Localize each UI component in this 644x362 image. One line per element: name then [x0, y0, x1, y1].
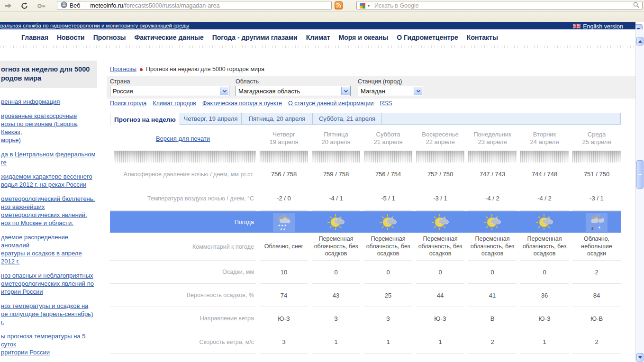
menu-item-news[interactable]: Новости — [57, 34, 85, 41]
country-label: Страна — [110, 78, 130, 85]
sidebar-link[interactable]: ноз опасных и неблагоприятных ометеороло… — [1, 272, 97, 296]
pressure-cell: 744 / 748 — [520, 163, 569, 186]
google-search-input[interactable] — [371, 2, 633, 9]
country-select[interactable]: Россия — [110, 86, 229, 96]
browser-window: * * * * * * — [0, 0, 644, 362]
google-search-field[interactable]: ▼ — [356, 1, 643, 10]
key-icon[interactable] — [37, 2, 45, 9]
comment-cell: Переменная облачность, без осадков — [416, 233, 464, 261]
menu-item-contacts[interactable]: Контакты — [467, 34, 498, 41]
browser-toolbar: Веб meteoinfo.ru/forecasts5000/russia/ma… — [0, 0, 644, 22]
reload-icon[interactable] — [20, 2, 28, 9]
precip-cell: 0 — [416, 261, 464, 284]
wind-speed-cell: 1 — [416, 330, 464, 354]
link-rss[interactable]: RSS — [380, 100, 392, 107]
precip-cell: 2 — [572, 261, 621, 284]
location-filter-band: Страна Россия Область Магаданская област… — [107, 76, 635, 99]
chevron-down-icon — [414, 87, 422, 95]
probability-cell: 25 — [364, 284, 412, 307]
temperature-cell: -3 / 1 — [416, 186, 464, 211]
link-city-search[interactable]: Поиск города — [110, 100, 146, 107]
web-tab-label: Веб — [70, 2, 80, 9]
sidebar-link[interactable]: да в Центральном федеральном ге — [1, 150, 97, 166]
sidebar-link[interactable]: ноз температуры и осадков на ое полугоди… — [1, 302, 97, 326]
row-label: Направление ветра — [110, 307, 256, 330]
ruler-divider — [0, 45, 644, 48]
pressure-cell: 751 / 750 — [572, 163, 621, 186]
precipitation-row: Осадки, мм 10 0 0 0 0 0 2 — [110, 261, 621, 284]
page-title: Прогноз на неделю для 5000 городов мира — [146, 66, 264, 72]
sidebar-link[interactable]: ированные краткосрочные нозы по регионам… — [1, 112, 97, 144]
day-header: Четверг19 апреля — [260, 127, 308, 150]
sidebar-link[interactable]: ы прогноза температуры на 5 суток рритор… — [1, 332, 97, 356]
precip-cell: 0 — [468, 261, 517, 284]
temperature-cell: -5 / 1 — [364, 186, 412, 211]
sidebar-link[interactable]: ометеорологический бюллетень: ноз важней… — [1, 195, 97, 227]
wind-dir-cell: Ю-З — [260, 307, 308, 330]
google-icon — [360, 3, 365, 9]
region-select[interactable]: Магаданская область — [236, 86, 351, 96]
agency-title[interactable]: еральная служба по гидрометеорологии и м… — [0, 23, 189, 28]
day-header: Среда25 апреля — [572, 127, 621, 150]
row-label: Осадки, мм — [110, 261, 256, 284]
wind-dir-cell: З — [364, 307, 412, 330]
wind-direction-row: Направление ветра Ю-З З З Ю-З В Ю-З Ю-В — [110, 307, 621, 330]
pressure-cell: 752 / 750 — [416, 163, 464, 186]
probability-cell: 44 — [416, 284, 464, 307]
cloud-sleet-icon — [587, 213, 606, 231]
comment-cell: Переменная облачность, без осадков — [468, 233, 517, 261]
address-text[interactable]: meteoinfo.ru/forecasts5000/russia/magada… — [85, 2, 219, 9]
search-icon[interactable] — [633, 1, 639, 10]
forward-icon[interactable] — [4, 2, 12, 9]
day-header: Воскресенье22 апреля — [416, 127, 464, 150]
sidebar-link[interactable]: даемое распределение аномалий ературы и … — [1, 233, 97, 265]
scroll-up-button[interactable] — [636, 37, 644, 45]
probability-cell: 84 — [572, 284, 621, 307]
link-city-climate[interactable]: Климат городов — [153, 100, 196, 107]
link-actual-weather[interactable]: Фактическая погода в пункте — [202, 100, 282, 107]
link-data-status[interactable]: О статусе данной информации — [288, 100, 374, 107]
wind-dir-cell: Ю-З — [520, 307, 569, 330]
row-label: Вероятность осадков, % — [110, 284, 256, 307]
view-toolbar: » Найти следующее Голос Режим автора ▼ — [0, 11, 644, 23]
sidebar-link[interactable]: жидаемом характере весеннего водья 2012 … — [1, 172, 97, 189]
precip-cell: 10 — [260, 261, 308, 284]
wind-speed-cell: 2 — [572, 330, 621, 354]
menu-item-about[interactable]: О Гидрометцентре — [397, 34, 458, 41]
tab-friday[interactable]: Пятница, 20 апреля — [242, 113, 313, 124]
tab-thursday[interactable]: Четверг, 19 апреля — [180, 113, 242, 124]
precip-probability-row: Вероятность осадков, % 74 43 25 44 41 36… — [110, 284, 621, 307]
station-select[interactable]: Магадан — [358, 86, 423, 96]
comment-cell: Переменная облачность, без осадков — [364, 233, 412, 261]
day-header: Пятница20 апреля — [312, 127, 360, 150]
google-engine-dropdown-icon[interactable]: ▼ — [367, 4, 371, 8]
temperature-cell: -2 / 0 — [260, 186, 308, 211]
breadcrumb-link[interactable]: Прогнозы — [110, 66, 136, 72]
tab-week-forecast[interactable]: Прогноз на неделю — [110, 113, 180, 126]
comment-cell: Облачно, снег — [260, 233, 308, 261]
main-menu: Главная Новости Прогнозы Фактические дан… — [0, 29, 635, 45]
scroll-down-button[interactable] — [636, 353, 644, 362]
english-version-link[interactable]: English version — [573, 23, 623, 30]
menu-item-climate[interactable]: Климат — [306, 34, 330, 41]
vertical-scrollbar[interactable] — [635, 29, 644, 362]
menu-item-seas[interactable]: Моря и океаны — [339, 34, 389, 41]
wind-dir-cell: З — [312, 307, 360, 330]
decorative-band — [110, 151, 621, 163]
probability-cell: 43 — [312, 284, 360, 307]
tab-saturday[interactable]: Суббота, 21 апреля — [313, 113, 382, 124]
uk-flag-icon — [573, 23, 581, 30]
menu-item-actual-data[interactable]: Фактические данные — [134, 34, 203, 41]
menu-item-home[interactable]: Главная — [21, 34, 48, 41]
address-bar[interactable]: Веб meteoinfo.ru/forecasts5000/russia/ma… — [57, 1, 332, 10]
print-version-link[interactable]: Версия для печати — [156, 135, 210, 142]
scrollbar-thumb[interactable] — [636, 160, 644, 189]
sidebar-link[interactable]: ренная информация — [1, 98, 97, 106]
sidebar-title: огноз на неделю для 5000 родов мира — [0, 61, 97, 88]
rss-icon[interactable] — [335, 1, 343, 9]
forecast-table: Версия для печати Четверг19 апреля Пятни… — [110, 127, 621, 354]
web-tab[interactable]: Веб — [57, 1, 85, 9]
chevron-down-icon — [638, 356, 642, 359]
menu-item-weather-other[interactable]: Погода - другими глазами — [212, 34, 298, 41]
menu-item-forecasts[interactable]: Прогнозы — [93, 34, 126, 41]
